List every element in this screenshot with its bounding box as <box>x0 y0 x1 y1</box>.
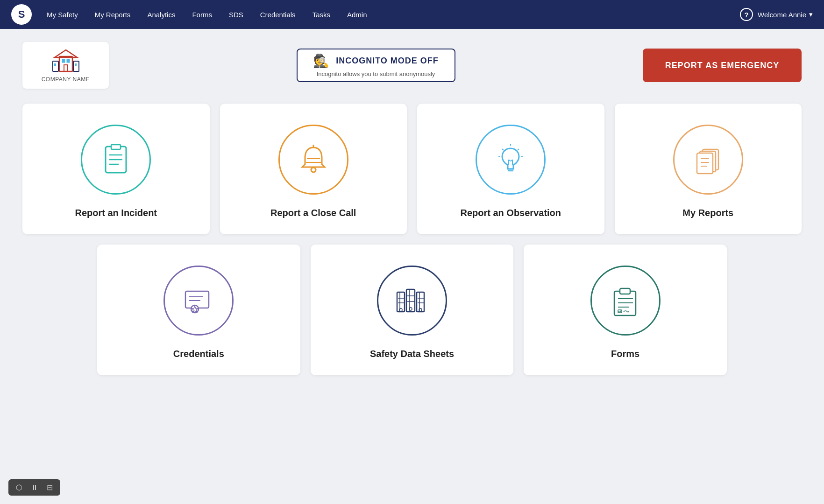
incognito-button[interactable]: 🕵️ INCOGNITO MODE OFF Incognito allows y… <box>297 49 455 82</box>
svg-rect-5 <box>53 61 58 71</box>
cards-row-top: Report an Incident Report a Close Call <box>22 104 802 234</box>
chevron-down-icon: ▾ <box>809 10 813 19</box>
forms-icon <box>607 282 644 319</box>
incognito-icon: 🕵️ <box>313 53 329 69</box>
bottom-bar-btn3[interactable]: ⊟ <box>43 481 57 494</box>
card-my-reports[interactable]: My Reports <box>615 104 802 234</box>
cards-row-bottom: Credentials <box>97 245 727 375</box>
svg-rect-2 <box>62 59 65 63</box>
card-label-observation: Report an Observation <box>460 208 561 218</box>
observation-icon <box>492 141 529 178</box>
nav-item-admin[interactable]: Admin <box>341 7 374 22</box>
nav-item-my-reports[interactable]: My Reports <box>88 7 137 22</box>
nav-item-sds[interactable]: SDS <box>222 7 250 22</box>
svg-line-24 <box>502 149 504 150</box>
credentials-icon <box>180 282 217 319</box>
card-label-my-reports: My Reports <box>682 208 733 218</box>
company-logo-icon <box>52 48 80 74</box>
card-circle-my-reports <box>673 125 743 195</box>
incognito-label: INCOGNITO MODE OFF <box>336 56 439 66</box>
incognito-top: 🕵️ INCOGNITO MODE OFF <box>313 53 439 69</box>
card-circle-forms <box>590 266 661 336</box>
svg-rect-54 <box>620 288 630 294</box>
incident-icon <box>97 141 135 178</box>
navbar: S My Safety My Reports Analytics Forms S… <box>0 0 824 29</box>
card-report-observation[interactable]: Report an Observation <box>417 104 604 234</box>
bottom-bar-btn2[interactable]: ⏸ <box>27 482 42 494</box>
card-report-incident[interactable]: Report an Incident <box>22 104 210 234</box>
emergency-button[interactable]: REPORT AS EMERGENCY <box>643 49 802 82</box>
card-label-close-call: Report a Close Call <box>270 208 356 218</box>
nav-item-analytics[interactable]: Analytics <box>141 7 182 22</box>
svg-rect-43 <box>406 289 415 312</box>
card-circle-sds <box>377 266 447 336</box>
card-circle-credentials <box>163 266 234 336</box>
navbar-right: ? Welcome Annie ▾ <box>740 8 813 21</box>
card-circle-close-call <box>278 125 348 195</box>
navbar-logo[interactable]: S <box>11 4 32 25</box>
navbar-items: My Safety My Reports Analytics Forms SDS… <box>40 7 740 22</box>
sds-icon <box>393 282 431 319</box>
svg-rect-8 <box>75 63 77 66</box>
main-content: COMPANY NAME 🕵️ INCOGNITO MODE OFF Incog… <box>0 29 824 388</box>
card-safety-data-sheets[interactable]: Safety Data Sheets <box>311 245 514 375</box>
card-circle-incident <box>81 125 151 195</box>
bottom-bar-btn1[interactable]: ⬡ <box>12 481 26 494</box>
close-call-icon <box>295 141 332 178</box>
help-icon[interactable]: ? <box>740 8 753 21</box>
company-logo-box: COMPANY NAME <box>22 42 109 89</box>
card-report-close-call[interactable]: Report a Close Call <box>220 104 407 234</box>
card-label-sds: Safety Data Sheets <box>370 349 454 359</box>
svg-line-60 <box>619 310 621 312</box>
card-credentials[interactable]: Credentials <box>97 245 300 375</box>
svg-rect-13 <box>111 145 121 149</box>
card-forms[interactable]: Forms <box>524 245 727 375</box>
card-label-forms: Forms <box>611 349 639 359</box>
nav-item-credentials[interactable]: Credentials <box>254 7 302 22</box>
svg-point-14 <box>311 168 316 172</box>
logo-letter: S <box>18 8 25 21</box>
svg-rect-3 <box>67 59 70 63</box>
svg-line-23 <box>518 149 519 150</box>
emergency-label: REPORT AS EMERGENCY <box>665 61 779 70</box>
svg-rect-4 <box>64 65 68 71</box>
card-label-credentials: Credentials <box>173 349 224 359</box>
bottom-toolbar: ⬡ ⏸ ⊟ <box>8 479 60 496</box>
svg-rect-0 <box>59 56 72 71</box>
card-circle-observation <box>476 125 546 195</box>
svg-rect-29 <box>697 153 713 174</box>
my-reports-icon <box>689 141 727 178</box>
company-name-label: COMPANY NAME <box>42 76 90 83</box>
nav-item-tasks[interactable]: Tasks <box>306 7 337 22</box>
top-row: COMPANY NAME 🕵️ INCOGNITO MODE OFF Incog… <box>22 42 802 89</box>
card-label-incident: Report an Incident <box>75 208 157 218</box>
svg-rect-6 <box>54 63 56 66</box>
user-menu[interactable]: Welcome Annie ▾ <box>758 10 813 19</box>
welcome-text: Welcome Annie <box>758 11 806 19</box>
svg-rect-7 <box>73 61 79 71</box>
incognito-sub: Incognito allows you to submit anonymous… <box>317 70 435 77</box>
nav-item-forms[interactable]: Forms <box>185 7 219 22</box>
nav-item-my-safety[interactable]: My Safety <box>40 7 85 22</box>
